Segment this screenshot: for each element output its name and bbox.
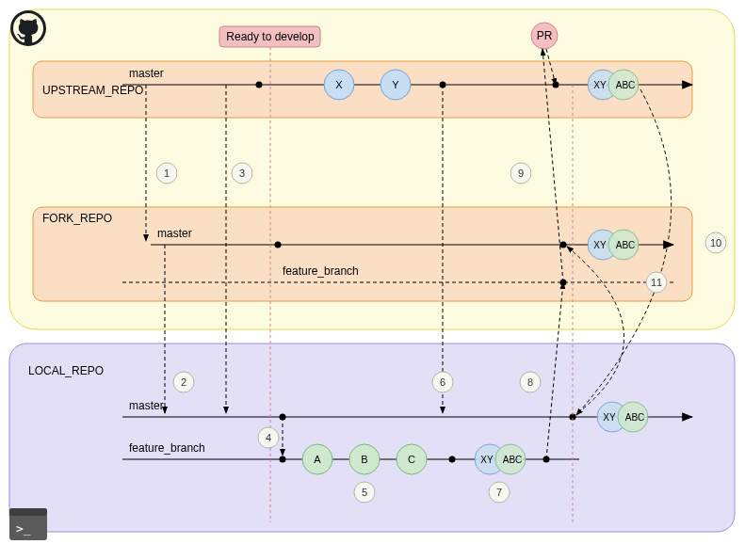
upstream-master-label: master (129, 67, 164, 80)
step-2: 2 (181, 376, 186, 388)
fork-feature-label: feature_branch (283, 264, 359, 278)
step-5: 5 (362, 487, 367, 498)
rebase-xy-label: XY (480, 455, 494, 465)
github-icon (10, 10, 46, 46)
step-6: 6 (440, 376, 445, 388)
svg-text:>_: >_ (16, 521, 31, 536)
local-feature-label: feature_branch (129, 441, 205, 455)
commit-x-label: X (335, 79, 343, 90)
svg-point-14 (280, 456, 286, 463)
fork-repo-label: FORK_REPO (42, 212, 112, 225)
merge-xy-local-label: XY (603, 412, 616, 423)
step-11: 11 (651, 277, 662, 288)
step-3: 3 (239, 168, 245, 179)
svg-rect-18 (9, 508, 47, 516)
merge-xy-upstream-label: XY (593, 80, 607, 90)
ready-banner-label: Ready to develop (226, 30, 315, 43)
step-8: 8 (527, 376, 533, 388)
svg-point-4 (553, 82, 559, 88)
svg-point-15 (449, 456, 456, 463)
step-1: 1 (164, 168, 170, 179)
merge-abc-upstream-label: ABC (616, 80, 636, 90)
merge-abc-fork-label: ABC (616, 240, 636, 250)
rebase-abc-label: ABC (503, 455, 523, 465)
git-workflow-diagram: UPSTREAM_REPO master X Y XY ABC Ready to… (0, 0, 745, 560)
local-repo-label: LOCAL_REPO (28, 364, 104, 377)
svg-point-7 (560, 242, 567, 248)
fork-master-label: master (157, 227, 192, 240)
commit-a-label: A (314, 454, 321, 465)
merge-abc-local-label: ABC (625, 412, 645, 423)
local-master-label: master (129, 399, 164, 412)
commit-y-label: Y (392, 79, 399, 90)
step-9: 9 (518, 168, 524, 179)
svg-point-6 (275, 242, 282, 248)
commit-b-label: B (361, 454, 367, 465)
terminal-icon: >_ (9, 508, 47, 540)
step-10: 10 (710, 237, 721, 248)
commit-c-label: C (408, 454, 415, 465)
svg-point-2 (256, 82, 263, 88)
step-4: 4 (266, 432, 271, 443)
upstream-repo-label: UPSTREAM_REPO (42, 84, 143, 97)
local-repo-box (9, 344, 735, 532)
pr-banner-label: PR (537, 29, 553, 42)
step-7: 7 (496, 487, 502, 498)
merge-xy-fork-label: XY (593, 240, 607, 250)
